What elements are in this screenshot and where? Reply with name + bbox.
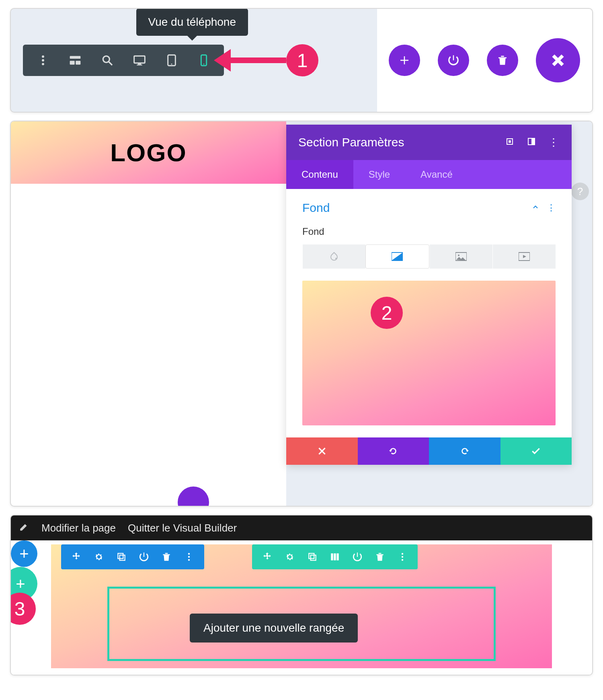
settings-body: Fond ⋮ Fond: [286, 189, 572, 425]
svg-line-7: [109, 62, 112, 65]
row-toolbar-green: [252, 544, 418, 569]
svg-point-24: [458, 255, 459, 256]
zoom-button[interactable]: [91, 45, 123, 76]
admin-topbar: Modifier la page Quitter le Visual Build…: [11, 515, 592, 540]
svg-rect-26: [118, 553, 123, 558]
power-button[interactable]: [438, 45, 469, 76]
gear-icon[interactable]: [88, 544, 110, 569]
builder-canvas: Ajouter une nouvelle rangée + + 3: [11, 540, 592, 675]
settings-header: Section Paramètres ⋮: [286, 125, 572, 160]
add-row-tooltip: Ajouter une nouvelle rangée: [190, 614, 358, 643]
svg-rect-9: [138, 64, 141, 65]
edit-page-link[interactable]: Modifier la page: [41, 522, 116, 534]
settings-panel: Section Paramètres ⋮ Contenu Style Avanc…: [286, 125, 572, 465]
svg-rect-20: [531, 138, 535, 145]
bg-type-image[interactable]: [429, 244, 492, 269]
power-icon[interactable]: [346, 544, 369, 569]
help-badge[interactable]: ?: [571, 183, 589, 200]
bg-type-color[interactable]: [302, 244, 365, 269]
more-icon[interactable]: [391, 544, 414, 569]
step-3-badge: 3: [10, 593, 36, 625]
global-actions: [389, 38, 580, 82]
step-1-badge: 1: [286, 44, 318, 76]
settings-title: Section Paramètres: [298, 135, 505, 149]
add-button[interactable]: [389, 45, 420, 76]
svg-rect-8: [134, 56, 145, 63]
move-icon[interactable]: [65, 544, 88, 569]
svg-rect-34: [334, 553, 336, 560]
more-icon[interactable]: [178, 544, 200, 569]
tab-content[interactable]: Contenu: [286, 160, 353, 189]
wireframe-view-button[interactable]: [59, 45, 91, 76]
svg-point-1: [42, 59, 44, 62]
bg-type-gradient[interactable]: [365, 244, 429, 269]
tablet-view-button[interactable]: [156, 45, 188, 76]
add-section-button[interactable]: +: [11, 540, 37, 567]
view-toolbar: Vue du téléphone 1: [23, 45, 224, 76]
power-icon[interactable]: [133, 544, 155, 569]
svg-point-36: [402, 553, 403, 554]
section-more-icon[interactable]: ⋮: [547, 203, 556, 213]
phone-view-tooltip: Vue du téléphone: [136, 8, 248, 36]
svg-rect-35: [336, 553, 338, 560]
gradient-header: LOGO: [11, 121, 286, 184]
gear-icon[interactable]: [279, 544, 301, 569]
columns-icon[interactable]: [324, 544, 346, 569]
svg-point-28: [188, 553, 190, 554]
tab-advanced[interactable]: Avancé: [405, 160, 468, 189]
close-button[interactable]: [536, 38, 580, 82]
svg-point-14: [203, 64, 205, 65]
svg-rect-5: [76, 61, 80, 64]
svg-rect-33: [331, 553, 333, 560]
trash-icon[interactable]: [155, 544, 178, 569]
move-icon[interactable]: [256, 544, 279, 569]
svg-point-29: [188, 556, 190, 558]
panel-section-settings: LOGO ? Section Paramètres ⋮ Contenu Styl…: [10, 121, 593, 507]
svg-point-6: [103, 56, 109, 62]
step1-arrow: 1: [214, 44, 318, 76]
cancel-button[interactable]: [286, 437, 358, 465]
bg-gradient-preview[interactable]: [302, 281, 556, 425]
collapse-icon[interactable]: [531, 203, 539, 213]
svg-rect-32: [311, 555, 316, 560]
tab-style[interactable]: Style: [353, 160, 405, 189]
preview-left: LOGO: [11, 121, 286, 506]
settings-area: ? Section Paramètres ⋮ Contenu Style Ava…: [286, 121, 592, 506]
svg-point-0: [42, 55, 44, 58]
svg-point-38: [402, 559, 403, 560]
settings-more-icon[interactable]: ⋮: [548, 136, 560, 149]
settings-footer: [286, 437, 572, 465]
undo-button[interactable]: [358, 437, 429, 465]
duplicate-icon[interactable]: [110, 544, 133, 569]
panel-responsive-toolbar: Vue du téléphone 1: [10, 8, 593, 113]
logo-text: LOGO: [110, 138, 187, 167]
quit-builder-link[interactable]: Quitter le Visual Builder: [128, 522, 237, 534]
purple-peek-circle: [178, 487, 209, 507]
expand-icon[interactable]: [505, 137, 515, 148]
bg-type-selector: [302, 244, 556, 269]
svg-rect-18: [509, 140, 511, 143]
snap-icon[interactable]: [527, 137, 536, 148]
delete-button[interactable]: [487, 45, 518, 76]
confirm-button[interactable]: [500, 437, 572, 465]
edit-icon[interactable]: [19, 521, 29, 535]
svg-point-37: [402, 556, 403, 558]
svg-point-2: [42, 63, 44, 65]
section-toolbar-blue: [61, 544, 204, 569]
trash-icon[interactable]: [369, 544, 391, 569]
section-fond-header: Fond ⋮: [302, 201, 556, 215]
svg-rect-27: [120, 555, 125, 560]
svg-rect-3: [70, 56, 81, 59]
duplicate-icon[interactable]: [301, 544, 324, 569]
svg-point-12: [171, 64, 172, 65]
settings-header-icons: ⋮: [505, 136, 560, 149]
panel-add-row: Modifier la page Quitter le Visual Build…: [10, 515, 593, 675]
bg-type-video[interactable]: [492, 244, 556, 269]
redo-button[interactable]: [429, 437, 500, 465]
more-menu-button[interactable]: [27, 45, 59, 76]
settings-tabs: Contenu Style Avancé: [286, 160, 572, 189]
bg-label: Fond: [302, 226, 556, 237]
svg-point-30: [188, 559, 190, 560]
desktop-view-button[interactable]: [123, 45, 156, 76]
step-2-badge: 2: [371, 297, 403, 329]
